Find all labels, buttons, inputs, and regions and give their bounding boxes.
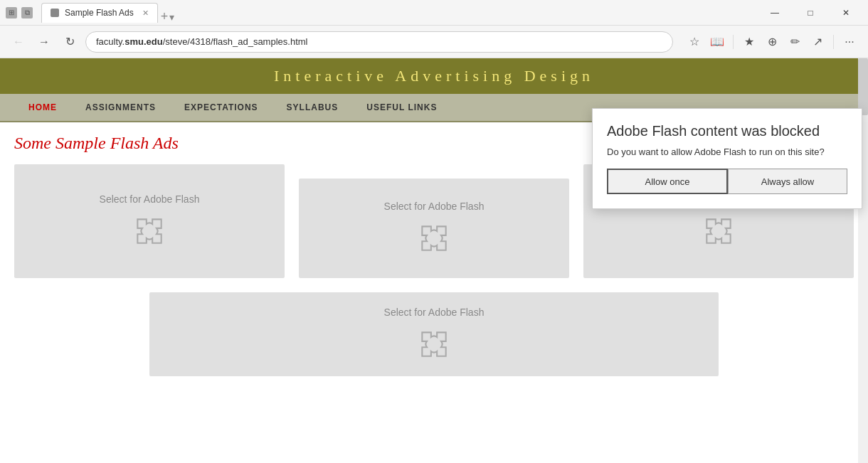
tab-favicon (51, 9, 59, 17)
window-icon: ⊞ (6, 7, 17, 18)
popup-buttons: Allow once Always allow (607, 169, 847, 194)
webpage: Interactive Advertising Design HOME ASSI… (0, 58, 868, 463)
minimize-button[interactable]: — (758, 2, 791, 23)
refresh-button[interactable]: ↻ (60, 32, 80, 52)
url-bar[interactable]: faculty.smu.edu/steve/4318/flash_ad_samp… (85, 31, 673, 53)
tab-title: Sample Flash Ads (65, 8, 134, 18)
puzzle-icon-2 (416, 220, 452, 256)
flash-box-2[interactable]: Select for Adobe Flash (299, 179, 569, 278)
flash-label-wide: Select for Adobe Flash (384, 307, 485, 318)
flash-label-2: Select for Adobe Flash (384, 201, 485, 212)
toolbar-separator2 (833, 35, 834, 49)
address-bar: ← → ↻ faculty.smu.edu/steve/4318/flash_a… (0, 26, 868, 58)
window-controls: — □ ✕ (758, 2, 862, 23)
toolbar-separator (733, 35, 734, 49)
nav-home[interactable]: HOME (14, 94, 71, 121)
nav-assignments[interactable]: ASSIGNMENTS (71, 94, 170, 121)
nav-useful-links[interactable]: USEFUL LINKS (352, 94, 451, 121)
browser-toolbar: ☆ 📖 ★ ⊕ ✏ ↗ ··· (684, 32, 859, 52)
url-domain: smu.edu (125, 36, 162, 47)
favorites-icon[interactable]: ★ (739, 32, 759, 52)
nav-expectations[interactable]: EXPECTATIONS (170, 94, 272, 121)
share-icon[interactable]: ↗ (808, 32, 827, 52)
reading-mode-icon[interactable]: 📖 (707, 32, 727, 52)
site-header: Interactive Advertising Design (0, 58, 868, 94)
puzzle-icon-1 (132, 213, 167, 249)
puzzle-icon-3 (701, 213, 736, 249)
star-icon[interactable]: ☆ (684, 32, 704, 52)
new-tab-button[interactable]: + (161, 10, 169, 23)
layers-icon[interactable]: ⊕ (762, 32, 782, 52)
active-tab[interactable]: Sample Flash Ads ✕ (41, 3, 158, 23)
close-button[interactable]: ✕ (830, 2, 862, 23)
flash-popup: Adobe Flash content was blocked Do you w… (592, 108, 862, 209)
puzzle-icon-wide (416, 326, 452, 362)
nav-syllabus[interactable]: SYLLABUS (272, 94, 353, 121)
flash-box-wide[interactable]: Select for Adobe Flash (149, 292, 719, 376)
flash-box-1[interactable]: Select for Adobe Flash (14, 164, 285, 278)
always-allow-button[interactable]: Always allow (728, 169, 847, 194)
back-button[interactable]: ← (9, 32, 28, 52)
title-bar: ⊞ ⧉ Sample Flash Ads ✕ + ▾ — □ ✕ (0, 0, 868, 26)
more-icon[interactable]: ··· (840, 32, 859, 52)
popup-title: Adobe Flash content was blocked (607, 123, 847, 139)
popup-description: Do you want to allow Adobe Flash to run … (607, 147, 847, 157)
window-restore-icon: ⧉ (21, 7, 33, 18)
flash-label-1: Select for Adobe Flash (100, 193, 200, 205)
pen-icon[interactable]: ✏ (785, 32, 805, 52)
title-bar-icons: ⊞ ⧉ (6, 7, 33, 18)
url-text: faculty.smu.edu/steve/4318/flash_ad_samp… (96, 36, 307, 47)
allow-once-button[interactable]: Allow once (607, 169, 728, 194)
tab-bar: Sample Flash Ads ✕ + ▾ (41, 3, 756, 23)
browser-window: ⊞ ⧉ Sample Flash Ads ✕ + ▾ — □ ✕ ← → ↻ f… (0, 0, 868, 463)
tab-close-button[interactable]: ✕ (142, 9, 149, 18)
site-title: Interactive Advertising Design (274, 67, 594, 85)
forward-button[interactable]: → (34, 32, 54, 52)
tab-dropdown-button[interactable]: ▾ (169, 11, 174, 23)
maximize-button[interactable]: □ (794, 2, 827, 23)
scrollbar-thumb[interactable] (858, 58, 868, 115)
